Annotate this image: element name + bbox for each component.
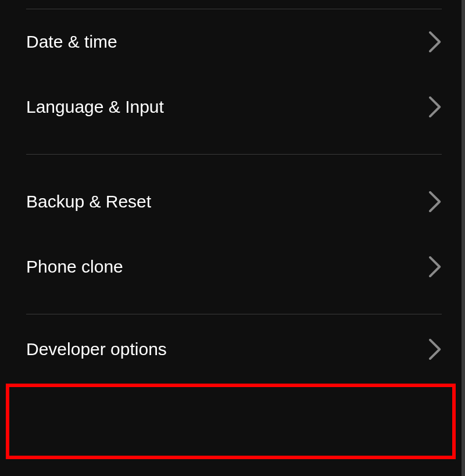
- settings-item-label: Language & Input: [26, 97, 164, 117]
- chevron-right-icon: [429, 96, 442, 117]
- scrollbar-track[interactable]: [462, 0, 465, 476]
- highlight-annotation: [6, 384, 456, 459]
- settings-list: Date & time Language & Input Backup & Re…: [0, 0, 465, 384]
- settings-item-label: Date & time: [26, 32, 117, 52]
- group-gap: [26, 139, 442, 154]
- chevron-right-icon: [429, 339, 442, 360]
- settings-item-label: Backup & Reset: [26, 192, 151, 212]
- settings-item-phone-clone[interactable]: Phone clone: [26, 234, 442, 299]
- settings-item-label: Developer options: [26, 339, 167, 359]
- chevron-right-icon: [429, 31, 442, 52]
- settings-item-label: Phone clone: [26, 257, 123, 277]
- group-gap: [26, 155, 442, 169]
- settings-item-language-input[interactable]: Language & Input: [26, 74, 442, 139]
- group-gap: [26, 299, 442, 314]
- chevron-right-icon: [429, 191, 442, 212]
- chevron-right-icon: [429, 256, 442, 277]
- settings-item-backup-reset[interactable]: Backup & Reset: [26, 169, 442, 234]
- settings-item-date-time[interactable]: Date & time: [26, 9, 442, 74]
- settings-item-developer-options[interactable]: Developer options: [26, 314, 442, 384]
